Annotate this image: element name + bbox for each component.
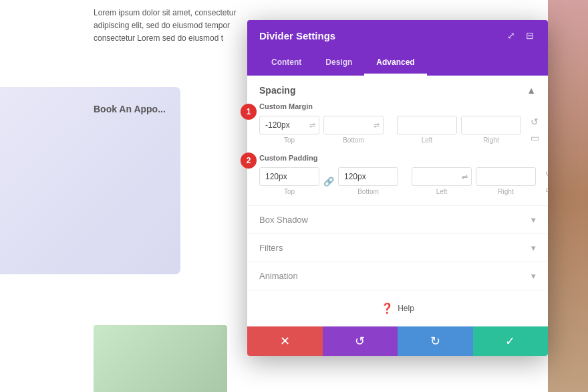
margin-fields-row: ⇌ Top ⇌ Bottom Left bbox=[259, 115, 536, 144]
modal-body: Spacing ▲ Custom Margin ⇌ Top ⇌ bbox=[247, 76, 548, 326]
margin-top-label: Top bbox=[284, 136, 295, 144]
box-shadow-section[interactable]: Box Shadow ▾ bbox=[247, 205, 548, 233]
filters-chevron-icon: ▾ bbox=[531, 243, 536, 253]
spacing-section-header[interactable]: Spacing ▲ bbox=[247, 76, 548, 102]
margin-right-group: Right bbox=[461, 116, 521, 144]
padding-responsive-icon[interactable]: ▭ bbox=[543, 183, 548, 196]
custom-padding-label: Custom Padding bbox=[259, 154, 536, 162]
animation-title: Animation bbox=[259, 271, 298, 281]
spacing-title: Spacing bbox=[259, 85, 295, 96]
margin-responsive-icon[interactable]: ▭ bbox=[528, 131, 541, 144]
box-shadow-title: Box Shadow bbox=[259, 215, 308, 225]
reset-button[interactable]: ↺ bbox=[323, 326, 398, 356]
padding-bottom-label: Bottom bbox=[357, 188, 379, 195]
margin-left-input[interactable] bbox=[397, 116, 457, 134]
modal-help: ❓ Help bbox=[247, 290, 548, 326]
animation-chevron-icon: ▾ bbox=[531, 271, 536, 281]
bg-book-appt-text: Book An Appo... bbox=[94, 104, 166, 114]
padding-left-link-icon[interactable]: ⇌ bbox=[462, 173, 468, 181]
padding-bottom-group: Bottom bbox=[338, 167, 398, 195]
box-shadow-chevron-icon: ▾ bbox=[531, 215, 536, 225]
margin-right-input[interactable] bbox=[461, 116, 521, 134]
bg-lorem-text: Lorem ipsum dolor sit amet, consectetur … bbox=[94, 7, 247, 45]
padding-bottom-wrap bbox=[338, 167, 398, 186]
badge-1: 1 bbox=[241, 104, 257, 120]
padding-left-group: ⇌ Left bbox=[412, 167, 472, 195]
padding-right-input[interactable] bbox=[476, 167, 536, 186]
help-circle-icon: ❓ bbox=[381, 302, 394, 314]
custom-padding-group: Custom Padding Top 🔗 Bottom bbox=[247, 154, 548, 205]
tab-design[interactable]: Design bbox=[313, 51, 364, 76]
padding-bottom-input[interactable] bbox=[338, 167, 398, 186]
padding-fields-row: Top 🔗 Bottom ⇌ Left bbox=[259, 167, 536, 196]
divider-settings-modal: Divider Settings ⤢ ⊟ Content Design Adva… bbox=[247, 20, 548, 356]
margin-top-group: ⇌ Top bbox=[259, 116, 319, 144]
padding-actions: ↺ ▭ bbox=[543, 167, 548, 196]
padding-top-label: Top bbox=[284, 188, 295, 195]
padding-right-label: Right bbox=[498, 188, 513, 195]
margin-left-group: Left bbox=[397, 116, 457, 144]
bg-left-panel bbox=[0, 87, 180, 274]
modal-header: Divider Settings ⤢ ⊟ bbox=[247, 20, 548, 51]
modal-tabs: Content Design Advanced bbox=[247, 51, 548, 76]
padding-reset-icon[interactable]: ↺ bbox=[543, 167, 548, 180]
modal-header-icons: ⤢ ⊟ bbox=[505, 29, 536, 41]
bg-bottom-image bbox=[94, 325, 227, 392]
collapse-icon[interactable]: ⊟ bbox=[524, 29, 536, 41]
padding-left-label: Left bbox=[436, 188, 448, 195]
padding-top-input[interactable] bbox=[259, 167, 319, 186]
help-text[interactable]: Help bbox=[398, 304, 414, 313]
filters-section[interactable]: Filters ▾ bbox=[247, 233, 548, 262]
fullscreen-icon[interactable]: ⤢ bbox=[505, 29, 517, 41]
animation-section[interactable]: Animation ▾ bbox=[247, 262, 548, 290]
badge-2: 2 bbox=[241, 153, 257, 169]
modal-title: Divider Settings bbox=[259, 30, 335, 41]
padding-top-wrap bbox=[259, 167, 319, 186]
padding-right-group: Right bbox=[476, 167, 536, 195]
margin-bottom-link-icon[interactable]: ⇌ bbox=[374, 121, 380, 130]
margin-top-link-icon[interactable]: ⇌ bbox=[309, 121, 315, 130]
margin-top-wrap: ⇌ bbox=[259, 116, 319, 134]
margin-left-label: Left bbox=[422, 136, 433, 144]
spacing-chevron-icon: ▲ bbox=[527, 85, 536, 96]
cancel-button[interactable]: ✕ bbox=[247, 326, 323, 356]
modal-footer: ✕ ↺ ↻ ✓ bbox=[247, 326, 548, 356]
margin-bottom-group: ⇌ Bottom bbox=[323, 116, 384, 144]
save-button[interactable]: ✓ bbox=[473, 326, 549, 356]
margin-right-label: Right bbox=[483, 136, 498, 144]
padding-left-wrap: ⇌ bbox=[412, 167, 472, 186]
margin-bottom-wrap: ⇌ bbox=[323, 116, 384, 134]
tab-advanced[interactable]: Advanced bbox=[364, 51, 426, 76]
custom-margin-label: Custom Margin bbox=[259, 102, 536, 110]
filters-title: Filters bbox=[259, 243, 283, 253]
redo-button[interactable]: ↻ bbox=[398, 326, 473, 356]
margin-bottom-label: Bottom bbox=[343, 136, 364, 144]
margin-reset-icon[interactable]: ↺ bbox=[528, 115, 541, 128]
padding-top-group: Top bbox=[259, 167, 319, 195]
margin-actions: ↺ ▭ bbox=[528, 115, 541, 144]
padding-link-icon[interactable]: 🔗 bbox=[323, 177, 334, 187]
bg-right-image bbox=[548, 0, 588, 392]
padding-right-wrap bbox=[476, 167, 536, 186]
tab-content[interactable]: Content bbox=[259, 51, 313, 76]
margin-right-wrap bbox=[461, 116, 521, 134]
custom-margin-group: Custom Margin ⇌ Top ⇌ Bottom bbox=[247, 102, 548, 154]
margin-left-wrap bbox=[397, 116, 457, 134]
